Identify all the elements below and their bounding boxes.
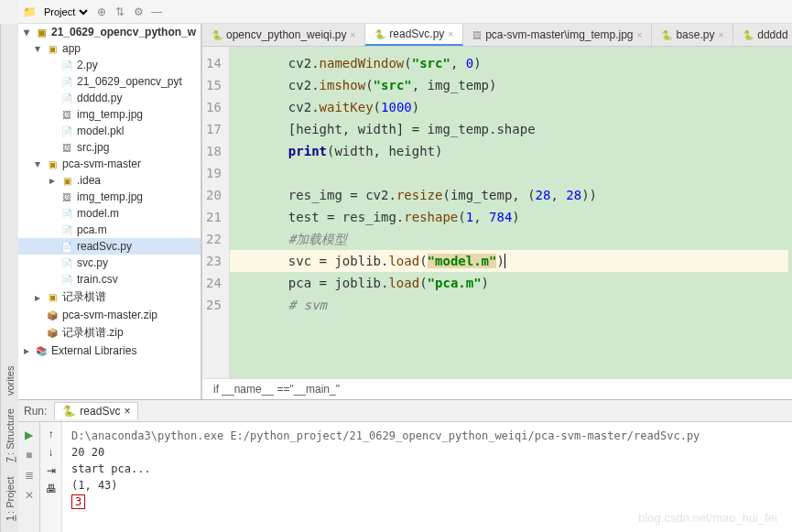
tree-folder-record[interactable]: ▸▣记录棋谱: [18, 288, 201, 307]
tree-root[interactable]: ▾▣21_0629_opencv_python_w: [18, 24, 201, 40]
run-controls-2: ↑ ↓ ⇥ 🖶: [40, 422, 62, 532]
tree-file[interactable]: 📦记录棋谱.zip: [18, 323, 201, 342]
down-button[interactable]: ↓: [49, 446, 54, 459]
dump-button[interactable]: ≣: [22, 468, 37, 483]
tree-file[interactable]: 🖼img_temp.jpg: [18, 189, 201, 205]
python-icon: 🐍: [62, 405, 76, 418]
tab-readsvc[interactable]: 🐍readSvc.py×: [365, 24, 463, 46]
tree-file[interactable]: 📄ddddd.py: [18, 90, 201, 106]
close-icon[interactable]: ×: [448, 29, 453, 39]
run-tabstrip: Run: 🐍readSvc×: [18, 400, 792, 422]
rerun-button[interactable]: ▶: [22, 428, 37, 442]
left-tool-strip: 11: Project: Project 7: Structure vorite…: [0, 24, 18, 532]
wrap-button[interactable]: ⇥: [47, 464, 56, 477]
code-body[interactable]: cv2.namedWindow("src", 0)cv2.imshow("src…: [230, 47, 792, 378]
tree-file[interactable]: 📄2.py: [18, 57, 201, 73]
run-label: Run:: [24, 405, 47, 418]
python-icon: 🐍: [661, 30, 672, 40]
python-icon: 🐍: [212, 30, 222, 40]
tree-file[interactable]: 📄train.csv: [18, 271, 201, 288]
close-button[interactable]: ✕: [22, 488, 37, 503]
tab-ddddd[interactable]: 🐍ddddd: [733, 24, 792, 46]
image-icon: 🖼: [472, 30, 482, 40]
tree-folder-app[interactable]: ▾▣app: [18, 40, 201, 57]
hide-icon[interactable]: —: [149, 5, 164, 19]
tree-file[interactable]: 🖼img_temp.jpg: [18, 106, 201, 123]
print-button[interactable]: 🖶: [46, 483, 57, 495]
tab-opencv[interactable]: 🐍opencv_python_weiqi.py×: [202, 24, 365, 46]
output-value: 3: [71, 494, 85, 509]
tab-base[interactable]: 🐍base.py×: [652, 24, 733, 46]
gutter: 141516171819202122232425: [202, 47, 230, 378]
close-icon[interactable]: ×: [124, 405, 130, 418]
tree-file-readsvc[interactable]: 📄readSvc.py: [18, 238, 201, 255]
code-editor[interactable]: 141516171819202122232425 cv2.namedWindow…: [202, 47, 792, 378]
tree-external-libs[interactable]: ▸📚External Libraries: [18, 342, 201, 359]
gear-icon[interactable]: ⚙: [131, 5, 146, 19]
tree-file[interactable]: 📄pca.m: [18, 222, 201, 238]
run-panel: Run: 🐍readSvc× ▶ ■ ≣ ✕ ↑ ↓ ⇥ 🖶 D:\anacon…: [18, 399, 792, 532]
close-icon[interactable]: ×: [350, 30, 355, 40]
folder-icon: 📁: [22, 5, 37, 19]
sidebar-btn-structure[interactable]: 7: Structure: [3, 407, 17, 466]
tree-folder-idea[interactable]: ▸▣.idea: [18, 172, 201, 189]
project-tree[interactable]: ▾▣21_0629_opencv_python_w ▾▣app 📄2.py 📄2…: [18, 24, 201, 399]
tree-file[interactable]: 📄svc.py: [18, 255, 201, 271]
tree-file[interactable]: 📦pca-svm-master.zip: [18, 307, 201, 323]
tree-file[interactable]: 📄model.pkl: [18, 123, 201, 139]
scroll-icon[interactable]: ⇅: [113, 5, 127, 19]
tree-file[interactable]: 📄model.m: [18, 205, 201, 222]
main-area: ▾▣21_0629_opencv_python_w ▾▣app 📄2.py 📄2…: [18, 24, 792, 399]
run-controls: ▶ ■ ≣ ✕: [18, 422, 40, 532]
tree-file[interactable]: 📄21_0629_opencv_pyt: [18, 73, 201, 90]
up-button[interactable]: ↑: [49, 428, 54, 440]
collapse-icon[interactable]: ⊕: [94, 5, 109, 19]
sidebar-btn-project[interactable]: 11: Project: Project: [3, 475, 17, 525]
tree-folder-svm[interactable]: ▾▣pca-svm-master: [18, 156, 201, 172]
sidebar-btn-favorites[interactable]: vorites: [3, 364, 17, 396]
tree-file[interactable]: 🖼src.jpg: [18, 139, 201, 156]
stop-button[interactable]: ■: [22, 448, 37, 462]
breadcrumb[interactable]: if __name__ =="__main_": [202, 378, 792, 399]
tab-img[interactable]: 🖼pca-svm-master\img_temp.jpg×: [463, 24, 652, 46]
project-view-select[interactable]: Project: [40, 5, 91, 18]
run-output[interactable]: D:\anaconda3\python.exe E:/python_projec…: [62, 422, 792, 532]
editor-tabs: 🐍opencv_python_weiqi.py× 🐍readSvc.py× 🖼p…: [202, 24, 792, 47]
close-icon[interactable]: ×: [718, 30, 723, 40]
python-icon: 🐍: [374, 29, 385, 39]
python-icon: 🐍: [743, 30, 754, 40]
editor-pane: 🐍opencv_python_weiqi.py× 🐍readSvc.py× 🖼p…: [201, 24, 792, 399]
project-toolbar: 📁 Project ⊕ ⇅ ⚙ —: [18, 0, 792, 24]
run-tab-readsvc[interactable]: 🐍readSvc×: [54, 402, 138, 419]
close-icon[interactable]: ×: [637, 30, 643, 40]
